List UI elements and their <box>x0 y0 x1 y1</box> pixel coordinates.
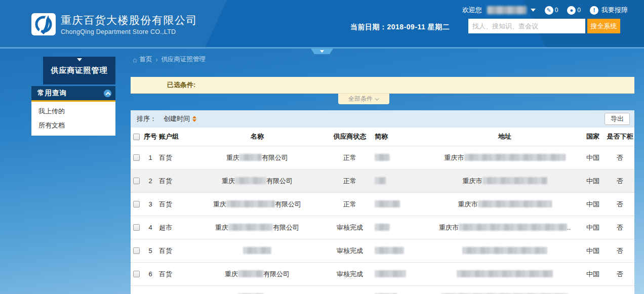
top-header-bar: 重庆百货大楼股份有限公司 ChongQing Department Store … <box>0 0 644 47</box>
company-logo-block: 重庆百货大楼股份有限公司 ChongQing Department Store … <box>31 13 197 35</box>
company-name-cn: 重庆百货大楼股份有限公司 <box>61 13 197 27</box>
user-menu-chevron-down-icon[interactable] <box>531 9 536 12</box>
pencil-badge-icon[interactable]: ✎ <box>545 6 553 15</box>
cell-country: 中国 <box>580 200 606 209</box>
table-row: 4 超市 重庆有限公司 审核完成 重庆市.. 中国 否 <box>131 216 634 239</box>
cell-country: 中国 <box>580 153 606 162</box>
redacted-text <box>375 247 404 254</box>
col-header-status: 供应商状态 <box>325 132 375 141</box>
cell-account-group: 百货 <box>159 153 189 162</box>
section-collapse-chevron-up-icon[interactable] <box>104 90 111 97</box>
all-conditions-tab[interactable]: 全部条件 <box>338 94 389 104</box>
alert-exclamation-icon[interactable]: ! <box>590 6 598 15</box>
col-header-name: 名称 <box>189 132 325 141</box>
cell-no: 4 <box>142 224 159 231</box>
table-row: 2 百货 重庆有限公司 正常 重庆市 中国 否 <box>131 170 634 193</box>
redacted-text <box>243 247 271 254</box>
cell-short-name <box>375 247 429 255</box>
sidebar-item-all-documents[interactable]: 所有文档 <box>31 118 115 133</box>
cell-no: 1 <box>142 154 159 161</box>
cell-name: 重庆有限公司 <box>189 200 325 209</box>
redacted-text <box>375 224 390 231</box>
cell-status: 正常 <box>325 200 375 209</box>
select-all-checkbox[interactable] <box>133 134 140 140</box>
cell-account-group: 百货 <box>159 246 189 256</box>
redacted-text <box>459 224 567 231</box>
redacted-text <box>375 154 390 161</box>
sidebar-menu: 我上传的 所有文档 <box>31 102 115 136</box>
col-header-account-group: 账户组 <box>159 132 189 141</box>
section-title-label: 常用查询 <box>37 89 67 98</box>
cell-address: 重庆市 <box>429 200 580 209</box>
all-conditions-chevron-down-icon <box>375 96 379 100</box>
welcome-label: 欢迎您 <box>462 6 482 15</box>
selected-conditions-bar: 已选条件: <box>131 77 634 94</box>
company-name-block: 重庆百货大楼股份有限公司 ChongQing Department Store … <box>61 13 197 35</box>
cell-off-shelf: 否 <box>606 223 634 232</box>
cell-status: 审核完成 <box>325 270 375 279</box>
cell-country: 中国 <box>580 270 606 279</box>
col-header-country: 国家 <box>580 132 606 141</box>
cell-country: 中国 <box>580 177 606 186</box>
cell-status: 审核完成 <box>325 246 375 256</box>
sidebar-module-title[interactable]: 供应商证照管理 <box>43 57 115 85</box>
sort-direction-icon[interactable] <box>192 116 196 122</box>
sidebar-section-header[interactable]: 常用查询 <box>31 86 115 100</box>
pencil-badge-count[interactable]: 0 <box>555 7 558 14</box>
row-checkbox[interactable] <box>133 271 140 277</box>
cell-no: 5 <box>142 247 159 255</box>
redacted-text <box>457 270 553 277</box>
username-redacted[interactable] <box>487 6 527 14</box>
row-checkbox[interactable] <box>133 201 140 207</box>
row-checkbox[interactable] <box>133 154 140 161</box>
cell-no: 3 <box>142 200 159 208</box>
cell-short-name <box>375 224 429 231</box>
cell-country: 中国 <box>580 223 606 232</box>
cell-status: 审核完成 <box>325 223 375 232</box>
cell-address: 重庆市.. <box>429 223 580 232</box>
redacted-text <box>464 154 566 161</box>
reply-badge-icon[interactable]: ● <box>567 6 576 15</box>
header-collapse-tab[interactable] <box>311 49 333 54</box>
sort-field-created-time[interactable]: 创建时间 <box>164 114 190 123</box>
cell-name: 重庆有限公司 <box>189 223 325 232</box>
cell-country: 中国 <box>580 246 606 256</box>
cell-short-name <box>375 200 429 208</box>
redacted-text <box>462 247 547 254</box>
cell-address <box>429 247 580 255</box>
export-button[interactable]: 导出 <box>605 113 630 125</box>
table-header-row: 序号 账户组 名称 供应商状态 简称 地址 国家 是否下柜 <box>131 128 634 146</box>
col-header-off-shelf: 是否下柜 <box>606 132 634 141</box>
redacted-text <box>238 270 263 277</box>
redacted-text <box>375 270 406 277</box>
breadcrumb-home[interactable]: 首页 <box>139 55 152 64</box>
row-checkbox[interactable] <box>133 247 140 254</box>
col-header-short-name: 简称 <box>375 132 429 141</box>
cell-name <box>189 247 325 255</box>
collapse-chevron-down-icon <box>320 50 324 53</box>
global-search-input[interactable] <box>468 19 585 33</box>
sidebar-section: 常用查询 我上传的 所有文档 <box>31 86 115 136</box>
company-name-en: ChongQing Department Store CO.,LTD <box>61 28 197 35</box>
reply-badge-count[interactable]: 0 <box>577 7 581 14</box>
cell-address <box>429 270 580 278</box>
cell-off-shelf: 否 <box>606 270 634 279</box>
row-checkbox[interactable] <box>133 178 140 184</box>
redacted-text <box>478 200 552 207</box>
sidebar-item-my-uploads[interactable]: 我上传的 <box>31 104 115 118</box>
cell-account-group: 百货 <box>159 177 189 186</box>
app-page: 重庆百货大楼股份有限公司 ChongQing Department Store … <box>0 0 644 294</box>
module-chevron-down-icon <box>77 58 82 61</box>
cell-short-name <box>375 154 429 161</box>
redacted-text <box>226 200 275 207</box>
page-body: 供应商证照管理 常用查询 我上传的 所有文档 ⌂ 首页 › 供应商证照管理 已选… <box>0 49 644 294</box>
cell-off-shelf: 否 <box>606 246 634 256</box>
cell-off-shelf: 否 <box>606 177 634 186</box>
cell-account-group: 超市 <box>159 223 189 232</box>
user-status-bar: 欢迎您 ✎ 0 ● 0 ! 我要报障 <box>462 6 628 15</box>
row-checkbox[interactable] <box>133 224 140 231</box>
cell-name: 重庆有限公司 <box>189 270 325 279</box>
report-fault-link[interactable]: 我要报障 <box>601 6 628 15</box>
redacted-text <box>375 200 400 207</box>
global-search-button[interactable]: 搜全系统 <box>587 19 620 33</box>
